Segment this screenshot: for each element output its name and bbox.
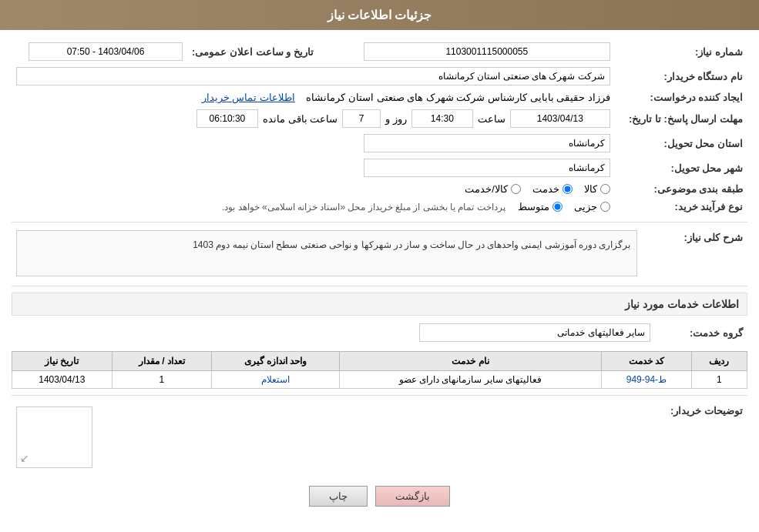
province-input[interactable]	[364, 134, 610, 152]
row-purchase-type: نوع فرآیند خرید: جزیی متوسط	[12, 198, 747, 216]
deadline-label: مهلت ارسال پاسخ: تا تاریخ:	[615, 106, 747, 131]
row-province: استان محل تحویل:	[12, 131, 747, 156]
need-date-cell: 1403/04/13	[12, 371, 113, 389]
radio-motavasset: متوسط	[518, 201, 563, 212]
purchase-type-label: نوع فرآیند خرید:	[615, 198, 747, 216]
col-row-num: ردیف	[691, 352, 747, 371]
table-row: 1ط-94-949فعالیتهای سایر سازمانهای دارای …	[12, 371, 747, 389]
service-group-input[interactable]	[419, 323, 650, 342]
category-label: طبقه بندی موضوعی:	[615, 180, 747, 198]
announce-date-label: تاریخ و ساعت اعلان عمومی:	[187, 39, 340, 64]
radio-khedmat: خدمت	[532, 183, 573, 195]
row-category: طبقه بندی موضوعی: کالا خدمت	[12, 180, 747, 198]
remaining-time-input[interactable]	[196, 109, 258, 128]
col-quantity: تعداد / مقدار	[112, 352, 211, 371]
col-service-code: کد خدمت	[602, 352, 692, 371]
info-table: شماره نیاز: تاریخ و ساعت اعلان عمومی: نا…	[12, 39, 747, 216]
col-unit: واحد اندازه گیری	[212, 352, 340, 371]
days-input[interactable]	[342, 109, 381, 128]
row-num-cell: 1	[691, 371, 747, 389]
col-service-name: نام خدمت	[339, 352, 601, 371]
city-input[interactable]	[364, 159, 610, 177]
deadline-time-input[interactable]	[411, 109, 473, 128]
buyer-org-label: نام دستگاه خریدار:	[615, 64, 747, 89]
need-desc-box: برگزاری دوره آموزشی ایمنی واحدهای در حال…	[16, 230, 637, 276]
radio-motavasset-label: متوسط	[518, 201, 549, 212]
buyer-desc-table: توضیحات خریدار:	[12, 400, 747, 474]
radio-kala-khedmat-label: کالا/خدمت	[465, 183, 508, 195]
row-buyer-desc: توضیحات خریدار:	[12, 400, 747, 474]
need-desc-text: برگزاری دوره آموزشی ایمنی واحدهای در حال…	[193, 239, 630, 250]
buttons-row: بازگشت چاپ	[12, 486, 747, 507]
radio-kala-khedmat-input[interactable]	[511, 184, 521, 194]
row-buyer-org: نام دستگاه خریدار:	[12, 64, 747, 89]
page-title: جزئیات اطلاعات نیاز	[327, 8, 432, 22]
quantity-cell: 1	[112, 371, 211, 389]
row-deadline: مهلت ارسال پاسخ: تا تاریخ: ساعت روز و سا…	[12, 106, 747, 131]
service-code-cell: ط-94-949	[602, 371, 692, 389]
deadline-date-input[interactable]	[510, 109, 610, 128]
buyer-desc-box[interactable]	[16, 407, 92, 468]
purchase-note: پرداخت تمام یا بخشی از مبلغ خریداز محل «…	[222, 202, 505, 212]
row-need-desc: شرح کلی نیاز: برگزاری دوره آموزشی ایمنی …	[12, 227, 747, 279]
radio-khedmat-input[interactable]	[563, 184, 573, 194]
need-number-label: شماره نیاز:	[615, 39, 747, 64]
content-area: شماره نیاز: تاریخ و ساعت اعلان عمومی: نا…	[0, 30, 759, 524]
divider-3	[12, 395, 747, 396]
buyer-org-input[interactable]	[16, 67, 610, 85]
time-label: ساعت	[478, 113, 505, 125]
services-section-title: اطلاعات خدمات مورد نیاز	[12, 293, 747, 316]
radio-kala: کالا	[584, 183, 610, 195]
print-button[interactable]: چاپ	[309, 486, 368, 507]
days-label: روز و	[385, 113, 407, 125]
page-header: جزئیات اطلاعات نیاز	[0, 0, 759, 30]
radio-jozi: جزیی	[574, 201, 610, 212]
unit-cell: استعلام	[212, 371, 340, 389]
radio-motavasset-input[interactable]	[552, 202, 563, 212]
need-desc-label: شرح کلی نیاز:	[642, 227, 747, 279]
radio-kala-label: کالا	[584, 183, 597, 195]
announce-date-input[interactable]	[29, 42, 183, 61]
col-need-date: تاریخ نیاز	[12, 352, 113, 371]
city-label: شهر محل تحویل:	[615, 156, 747, 180]
row-need-number: شماره نیاز: تاریخ و ساعت اعلان عمومی:	[12, 39, 747, 64]
page-wrapper: جزئیات اطلاعات نیاز شماره نیاز: تاریخ و …	[0, 0, 759, 532]
service-group-table: گروه خدمت:	[12, 320, 747, 345]
service-name-cell: فعالیتهای سایر سازمانهای دارای عضو	[339, 371, 601, 389]
row-creator: ایجاد کننده درخواست: فرزاد حقیقی بابایی …	[12, 89, 747, 106]
divider-2	[12, 286, 747, 286]
back-button[interactable]: بازگشت	[375, 486, 450, 507]
radio-khedmat-label: خدمت	[532, 183, 559, 195]
services-table-header-row: ردیف کد خدمت نام خدمت واحد اندازه گیری ت…	[12, 352, 747, 371]
creator-contact-link[interactable]: اطلاعات تماس خریدار	[202, 92, 295, 103]
need-number-input[interactable]	[364, 42, 610, 61]
radio-jozi-input[interactable]	[600, 202, 610, 212]
buyer-desc-label: توضیحات خریدار:	[97, 400, 747, 474]
radio-kala-khedmat: کالا/خدمت	[465, 183, 521, 195]
radio-kala-input[interactable]	[600, 184, 610, 194]
divider-1	[12, 222, 747, 223]
creator-value: فرزاد حقیقی بابایی کارشناس شرکت شهرک های…	[306, 92, 610, 103]
remaining-label: ساعت باقی مانده	[263, 113, 338, 125]
row-service-group: گروه خدمت:	[12, 320, 747, 345]
need-desc-table: شرح کلی نیاز: برگزاری دوره آموزشی ایمنی …	[12, 227, 747, 279]
province-label: استان محل تحویل:	[615, 131, 747, 156]
service-group-label: گروه خدمت:	[655, 320, 747, 345]
services-table: ردیف کد خدمت نام خدمت واحد اندازه گیری ت…	[12, 351, 747, 389]
row-city: شهر محل تحویل:	[12, 156, 747, 180]
creator-label: ایجاد کننده درخواست:	[615, 89, 747, 106]
radio-jozi-label: جزیی	[574, 201, 597, 212]
